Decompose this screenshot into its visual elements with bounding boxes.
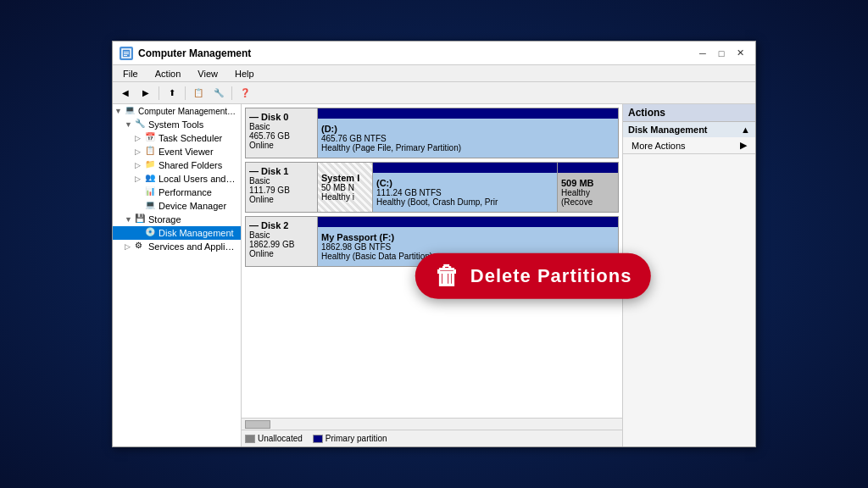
sidebar-item-services[interactable]: ▷ ⚙ Services and Applications [113, 240, 241, 253]
disk1-c-size: 111.24 GB NTFS [376, 188, 554, 197]
storage-expander: ▼ [125, 215, 135, 224]
legend-primary-box [313, 435, 323, 443]
services-icon: ⚙ [135, 241, 147, 252]
disk1-partition-c[interactable]: (C:) 111.24 GB NTFS Healthy (Boot, Crash… [373, 173, 557, 212]
shared-folders-expander: ▷ [135, 161, 145, 169]
sidebar-item-shared-folders[interactable]: ▷ 📁 Shared Folders [113, 158, 241, 172]
trash-icon: 🗑 [434, 262, 460, 291]
sidebar-item-performance[interactable]: 📊 Performance [113, 186, 241, 199]
up-button[interactable]: ⬆ [163, 85, 181, 102]
disk1-partitions: System I 50 MB N Healthy i (C:) 111.24 G… [318, 163, 618, 212]
local-users-icon: 👥 [145, 173, 157, 185]
device-manager-icon: 💻 [145, 200, 157, 212]
sidebar-item-disk-management[interactable]: 💿 Disk Management [113, 226, 241, 240]
system-tools-expander: ▼ [125, 120, 135, 129]
minimize-button[interactable]: ─ [694, 47, 711, 60]
back-button[interactable]: ◀ [116, 85, 135, 102]
disk1-status: Online [249, 195, 314, 204]
close-button[interactable]: ✕ [732, 47, 748, 60]
actions-section-collapse-icon: ▲ [741, 125, 750, 135]
disk0-d-size: 465.76 GB NTFS [321, 134, 615, 143]
svg-rect-2 [124, 53, 129, 54]
title-bar: Computer Management ─ □ ✕ [113, 42, 755, 65]
disk1-c-health: Healthy (Boot, Crash Dump, Prir [376, 197, 554, 207]
disk2-size: 1862.99 GB [249, 240, 314, 249]
computer-management-window: Computer Management ─ □ ✕ File Action Vi… [112, 41, 756, 447]
disk1-c-name: (C:) [376, 178, 554, 188]
window-title: Computer Management [138, 47, 251, 59]
task-scheduler-label: Task Scheduler [159, 133, 222, 143]
maximize-button[interactable]: □ [713, 47, 730, 60]
menu-bar: File Action View Help [113, 65, 755, 82]
actions-section-disk-management-label: Disk Management [628, 125, 708, 135]
toolbar-separator-3 [231, 86, 232, 100]
properties-button[interactable]: 🔧 [209, 85, 228, 102]
local-users-label: Local Users and Groups [159, 174, 237, 184]
disk2-f-name: My Passport (F:) [321, 232, 615, 242]
device-manager-label: Device Manager [159, 201, 226, 211]
disk0-d-name: (D:) [321, 124, 615, 134]
disk0-size: 465.76 GB [249, 131, 314, 141]
help-button[interactable]: ❓ [236, 85, 254, 102]
legend-primary: Primary partition [313, 434, 387, 443]
menu-file[interactable]: File [120, 68, 142, 80]
toolbar-separator-1 [159, 86, 159, 100]
disk1-partition-recovery[interactable]: 509 MB Healthy (Recove [558, 173, 618, 212]
forward-button[interactable]: ▶ [136, 85, 155, 102]
menu-action[interactable]: Action [152, 68, 185, 80]
svg-rect-3 [124, 55, 127, 56]
disk1-recovery-health: Healthy (Recove [561, 188, 615, 207]
root-icon: 💻 [125, 105, 136, 117]
disk1-partition-system[interactable]: System I 50 MB N Healthy i [318, 163, 373, 212]
sidebar: ▼ 💻 Computer Management (Local ▼ 🔧 Syste… [113, 104, 242, 446]
horizontal-scrollbar[interactable] [242, 418, 622, 430]
actions-section-title-disk-management[interactable]: Disk Management ▲ [623, 122, 755, 137]
menu-help[interactable]: Help [231, 68, 258, 80]
action-more-actions[interactable]: More Actions ▶ [623, 137, 755, 153]
legend-unallocated-label: Unallocated [258, 434, 303, 443]
disk0-status: Online [249, 141, 314, 150]
performance-label: Performance [159, 187, 212, 197]
disk-management-icon: 💿 [145, 227, 157, 239]
sidebar-item-event-viewer[interactable]: ▷ 📋 Event Viewer [113, 145, 241, 158]
disk2-name: — Disk 2 [249, 220, 314, 230]
svg-rect-1 [124, 52, 129, 53]
disk1-entry: — Disk 1 Basic 111.79 GB Online System I… [245, 162, 619, 213]
system-tools-label: System Tools [148, 119, 203, 130]
disk2-type: Basic [249, 230, 314, 240]
shared-folders-icon: 📁 [145, 159, 157, 171]
sidebar-item-local-users[interactable]: ▷ 👥 Local Users and Groups [113, 172, 241, 186]
disk2-f-size: 1862.98 GB NTFS [321, 242, 615, 252]
shared-folders-label: Shared Folders [159, 160, 222, 170]
status-bar: Unallocated Primary partition [242, 430, 622, 446]
window-icon [120, 47, 133, 60]
task-scheduler-expander: ▷ [135, 134, 145, 142]
disk1-size: 111.79 GB [249, 186, 314, 195]
delete-partitions-badge[interactable]: 🗑 Delete Partitions [415, 253, 651, 299]
menu-view[interactable]: View [194, 68, 221, 80]
show-hide-button[interactable]: 📋 [189, 85, 208, 102]
services-label: Services and Applications [148, 241, 237, 252]
disk1-system-size: 50 MB N [321, 183, 369, 192]
action-more-actions-arrow: ▶ [740, 140, 747, 151]
legend-unallocated: Unallocated [245, 434, 303, 443]
toolbar-separator-2 [185, 86, 186, 100]
sidebar-item-device-manager[interactable]: 💻 Device Manager [113, 199, 241, 213]
sidebar-item-task-scheduler[interactable]: ▷ 📅 Task Scheduler [113, 131, 241, 145]
system-tools-icon: 🔧 [135, 119, 147, 130]
root-expander: ▼ [114, 107, 125, 115]
event-viewer-icon: 📋 [145, 146, 157, 158]
event-viewer-label: Event Viewer [159, 147, 214, 157]
services-expander: ▷ [125, 242, 135, 251]
disk-view: — Disk 0 Basic 465.76 GB Online (D:) 465… [242, 104, 622, 358]
disk0-partition-d[interactable]: (D:) 465.76 GB NTFS Healthy (Page File, … [318, 119, 618, 158]
sidebar-item-system-tools[interactable]: ▼ 🔧 System Tools [113, 118, 241, 131]
legend-primary-label: Primary partition [326, 434, 387, 443]
scroll-thumb[interactable] [245, 420, 270, 429]
sidebar-item-storage[interactable]: ▼ 💾 Storage [113, 213, 241, 226]
disk0-d-health: Healthy (Page File, Primary Partition) [321, 143, 615, 152]
root-label: Computer Management (Local [138, 107, 237, 116]
disk0-partitions: (D:) 465.76 GB NTFS Healthy (Page File, … [318, 108, 618, 158]
sidebar-root[interactable]: ▼ 💻 Computer Management (Local [113, 104, 241, 118]
storage-icon: 💾 [135, 214, 147, 225]
